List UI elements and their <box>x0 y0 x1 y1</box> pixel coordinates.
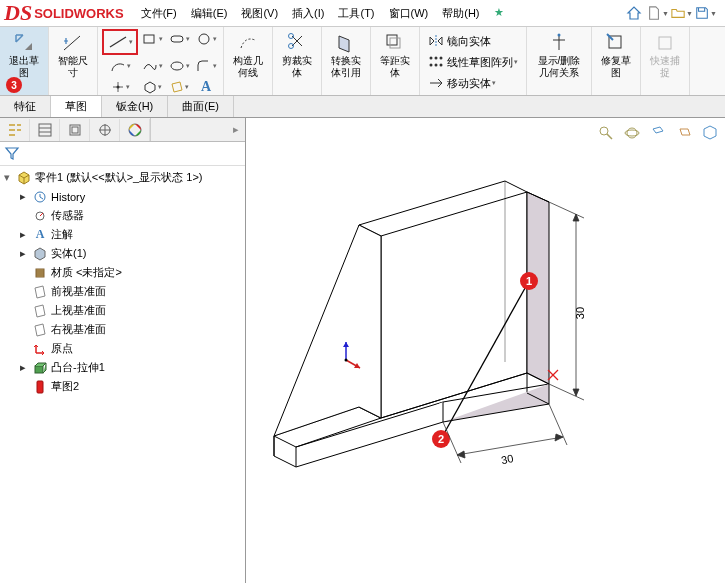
tab-surface[interactable]: 曲面(E) <box>168 96 234 117</box>
menu-bar: 文件(F) 编辑(E) 视图(V) 插入(I) 工具(T) 窗口(W) 帮助(H… <box>134 3 511 24</box>
home-icon[interactable] <box>623 2 645 24</box>
svg-rect-21 <box>659 37 671 49</box>
menu-star[interactable]: ★ <box>487 3 511 24</box>
panel-tab-property[interactable] <box>30 119 60 141</box>
new-doc-icon[interactable]: ▼ <box>647 2 669 24</box>
svg-rect-12 <box>390 38 400 48</box>
tree-solids[interactable]: ▸ 实体(1) <box>0 244 245 263</box>
save-icon[interactable]: ▼ <box>695 2 717 24</box>
rectangle-tool-button[interactable]: ▾ <box>139 29 165 49</box>
menu-window[interactable]: 窗口(W) <box>382 3 436 24</box>
filter-button[interactable] <box>4 146 20 162</box>
chevron-right-icon[interactable]: ▸ <box>20 228 32 241</box>
tree-material[interactable]: 材质 <未指定> <box>0 263 245 282</box>
fillet-tool-button[interactable]: ▾ <box>193 56 219 76</box>
panel-tab-feature-tree[interactable] <box>0 119 30 141</box>
arc-tool-button[interactable]: ▾ <box>102 56 138 76</box>
move-label: 移动实体 <box>447 76 491 91</box>
tree-root-label: 零件1 (默认<<默认>_显示状态 1>) <box>35 170 203 185</box>
tree-history-label: History <box>51 191 85 203</box>
slot-tool-button[interactable]: ▾ <box>166 29 192 49</box>
menu-help[interactable]: 帮助(H) <box>435 3 486 24</box>
svg-rect-38 <box>37 381 43 393</box>
trim-button[interactable]: 剪裁实 体 <box>277 29 317 81</box>
extrude-icon <box>32 360 48 376</box>
tree-sensors-label: 传感器 <box>51 208 84 223</box>
convert-label: 转换实 体引用 <box>331 55 361 79</box>
tree-front-plane[interactable]: 前视基准面 <box>0 282 245 301</box>
svg-point-48 <box>345 359 348 362</box>
menu-edit[interactable]: 编辑(E) <box>184 3 235 24</box>
logo-text: SOLIDWORKS <box>34 6 124 21</box>
chevron-right-icon[interactable]: ▸ <box>233 123 239 136</box>
offset-icon <box>383 31 407 55</box>
svg-point-18 <box>440 64 443 67</box>
chevron-down-icon[interactable]: ▾ <box>4 171 16 184</box>
command-tabs: 特征 草图 钣金(H) 曲面(E) <box>0 96 725 118</box>
text-tool-button[interactable]: A <box>193 77 219 97</box>
convert-icon <box>334 31 358 55</box>
tree-origin[interactable]: 原点 <box>0 339 245 358</box>
display-relations-button[interactable]: 显示/删除 几何关系 <box>531 29 587 81</box>
offset-label: 等距实 体 <box>380 55 410 79</box>
svg-point-3 <box>199 34 209 44</box>
move-button[interactable]: 移动实体▾ <box>426 73 520 93</box>
tab-sheetmetal[interactable]: 钣金(H) <box>102 96 168 117</box>
svg-rect-26 <box>72 127 78 133</box>
sketch-icon <box>32 379 48 395</box>
rapid-snap-button: 快速捕 捉 <box>645 29 685 81</box>
open-icon[interactable]: ▼ <box>671 2 693 24</box>
svg-point-13 <box>430 57 433 60</box>
tree-annotations[interactable]: ▸ A 注解 <box>0 225 245 244</box>
rapid-snap-label: 快速捕 捉 <box>650 55 680 79</box>
tree-sketch2[interactable]: 草图2 <box>0 377 245 396</box>
panel-tab-appearance[interactable] <box>120 119 150 141</box>
mirror-button[interactable]: 镜向实体 <box>426 31 520 51</box>
spline-tool-button[interactable]: ▾ <box>139 56 165 76</box>
chevron-right-icon[interactable]: ▸ <box>20 190 32 203</box>
tab-features[interactable]: 特征 <box>0 96 51 117</box>
plane-tool-button[interactable]: ▾ <box>166 77 192 97</box>
tree-right-plane[interactable]: 右视基准面 <box>0 320 245 339</box>
plane-icon <box>32 284 48 300</box>
display-relations-icon <box>547 31 571 55</box>
svg-point-19 <box>558 34 561 37</box>
smart-dimension-button[interactable]: 智能尺 寸 <box>53 29 93 81</box>
logo: DS SOLIDWORKS <box>4 0 124 26</box>
tree-root[interactable]: ▾ 零件1 (默认<<默认>_显示状态 1>) <box>0 168 245 187</box>
line-tool-button[interactable]: ▾ <box>102 29 138 55</box>
tree-extrude1-label: 凸台-拉伸1 <box>51 360 105 375</box>
repair-button[interactable]: 修复草 图 <box>596 29 636 81</box>
tree-front-plane-label: 前视基准面 <box>51 284 106 299</box>
tree-top-plane[interactable]: 上视基准面 <box>0 301 245 320</box>
circle-tool-button[interactable]: ▾ <box>193 29 219 49</box>
tree-extrude1[interactable]: ▸ 凸台-拉伸1 <box>0 358 245 377</box>
offset-button[interactable]: 等距实 体 <box>375 29 415 81</box>
history-icon <box>32 189 48 205</box>
chevron-right-icon[interactable]: ▸ <box>20 361 32 374</box>
repair-icon <box>604 31 628 55</box>
tree-origin-label: 原点 <box>51 341 73 356</box>
menu-insert[interactable]: 插入(I) <box>285 3 331 24</box>
panel-tab-dimxpert[interactable] <box>90 119 120 141</box>
exit-sketch-button[interactable]: 退出草 图 <box>4 29 44 81</box>
tree-history[interactable]: ▸ History <box>0 187 245 206</box>
svg-rect-37 <box>35 366 43 373</box>
menu-view[interactable]: 视图(V) <box>234 3 285 24</box>
chevron-right-icon[interactable]: ▸ <box>20 247 32 260</box>
pattern-label: 线性草图阵列 <box>447 55 513 70</box>
viewport[interactable]: 软件自学网 WWW.RJZXW.COM <box>246 118 725 583</box>
polygon-tool-button[interactable]: ▾ <box>139 77 165 97</box>
convert-button[interactable]: 转换实 体引用 <box>326 29 366 81</box>
panel-tab-config[interactable] <box>60 119 90 141</box>
construction-geometry-button[interactable]: 构造几 何线 <box>228 29 268 81</box>
tree-sensors[interactable]: 传感器 <box>0 206 245 225</box>
pattern-button[interactable]: 线性草图阵列▾ <box>426 52 520 72</box>
ellipse-tool-button[interactable]: ▾ <box>166 56 192 76</box>
point-tool-button[interactable]: ▾ <box>102 77 138 97</box>
tab-sketch[interactable]: 草图 <box>51 96 102 117</box>
tree-sketch2-label: 草图2 <box>51 379 79 394</box>
menu-tools[interactable]: 工具(T) <box>331 3 381 24</box>
svg-line-52 <box>549 202 584 218</box>
menu-file[interactable]: 文件(F) <box>134 3 184 24</box>
